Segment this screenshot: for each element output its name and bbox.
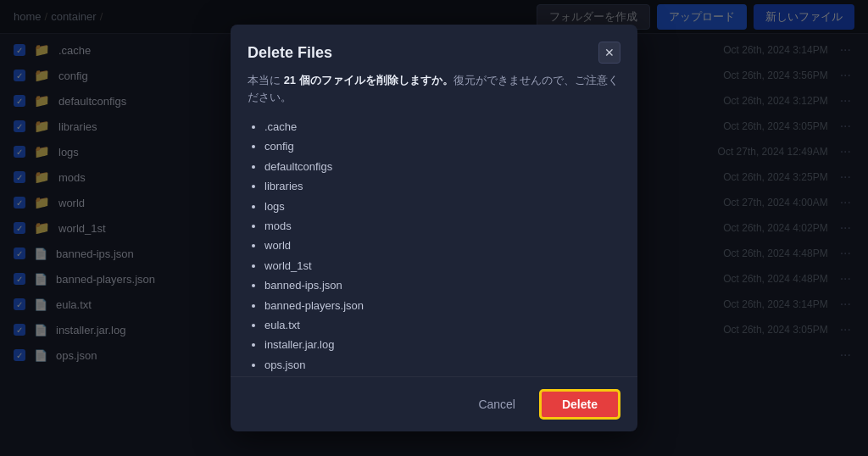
modal-file-item: defaultconfigs [264,157,620,176]
cancel-button[interactable]: Cancel [463,392,531,417]
modal-file-item: config [264,136,620,156]
modal-file-item: .cache [264,117,620,136]
modal-file-item: installer.jar.log [264,335,620,354]
modal-file-item: banned-players.json [264,296,620,315]
modal-file-item: libraries [264,176,620,196]
modal-file-item: world [264,236,620,255]
modal-file-item: banned-ips.json [264,275,620,295]
modal-file-list: .cacheconfigdefaultconfigslibrarieslogsm… [248,117,620,376]
delete-files-modal: Delete Files ✕ 本当に 21 個のファイルを削除しますか。復元がで… [231,25,637,431]
modal-footer: Cancel Delete [231,376,637,431]
modal-overlay: Delete Files ✕ 本当に 21 個のファイルを削除しますか。復元がで… [0,0,868,456]
modal-body: 本当に 21 個のファイルを削除しますか。復元ができませんので、ご注意ください。… [231,72,637,376]
modal-file-item: logs [264,197,620,216]
modal-file-item: eula.txt [264,315,620,335]
modal-file-item: mods [264,216,620,236]
modal-header: Delete Files ✕ [231,25,637,72]
modal-close-button[interactable]: ✕ [598,42,620,64]
delete-button[interactable]: Delete [539,389,620,420]
modal-title: Delete Files [248,44,332,62]
modal-description: 本当に 21 個のファイルを削除しますか。復元ができませんので、ご注意ください。 [248,72,620,105]
modal-file-item: ops.json [264,355,620,375]
modal-file-item: world_1st [264,256,620,275]
